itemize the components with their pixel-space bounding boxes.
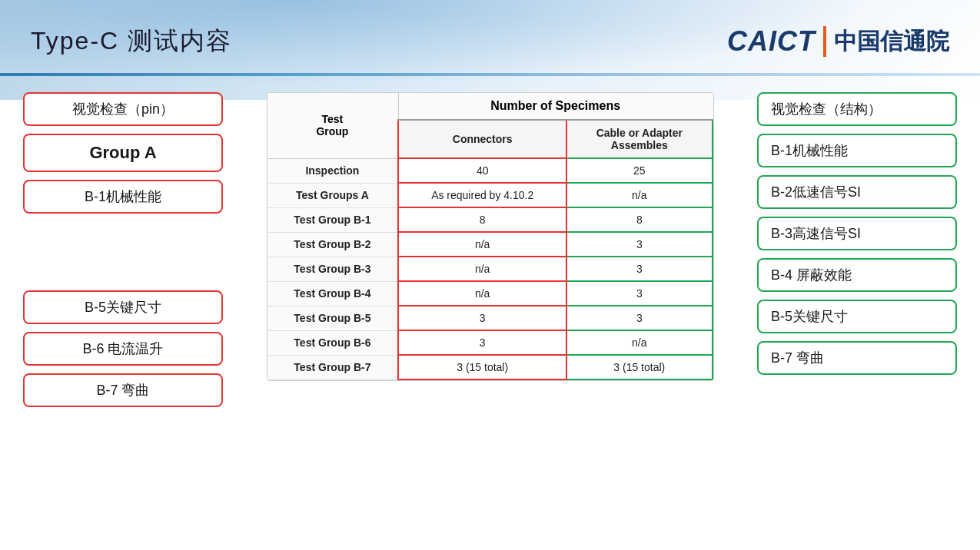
table-container: TestGroup Number of Specimens Connectors…: [267, 92, 714, 381]
tag-b7-bend: B-7 弯曲: [23, 373, 223, 407]
tag-visual-struct: 视觉检查（结构）: [757, 92, 957, 126]
table-body: Inspection4025Test Groups AAs required b…: [267, 158, 713, 379]
page-title: Type-C 测试内容: [31, 25, 232, 58]
td-group: Test Group B-7: [267, 355, 399, 379]
table-row: Test Group B-63n/a: [267, 330, 713, 355]
logo-caict: CAICT 中国信通院: [727, 25, 949, 58]
logo-area: CAICT 中国信通院: [727, 25, 949, 58]
td-connectors: 3: [398, 330, 566, 355]
td-connectors: 8: [398, 207, 566, 232]
th-number-of-specimens: Number of Specimens: [398, 93, 712, 120]
td-group: Test Group B-3: [267, 257, 399, 281]
th-test-group: TestGroup: [267, 93, 399, 158]
tag-b5-size-r: B-5关键尺寸: [757, 300, 957, 333]
page-content: Type-C 测试内容 CAICT 中国信通院 视觉检查（pin） Group …: [0, 0, 980, 550]
td-connectors: n/a: [398, 232, 566, 257]
logo-divider-icon: [823, 26, 826, 57]
td-cable: n/a: [566, 183, 712, 207]
center-area: TestGroup Number of Specimens Connectors…: [238, 92, 742, 515]
tag-group-a: Group A: [23, 134, 223, 172]
table-row: Test Group B-188: [267, 207, 713, 232]
td-cable: 3: [566, 232, 712, 257]
left-spacer: [23, 221, 223, 283]
top-divider-bar: [0, 73, 980, 76]
td-connectors: 3 (15 total): [398, 355, 566, 379]
table-row: Test Group B-3n/a3: [267, 257, 713, 281]
left-column: 视觉检查（pin） Group A B-1机械性能 B-5关键尺寸 B-6 电流…: [23, 92, 238, 515]
table-row: Test Group B-4n/a3: [267, 281, 713, 306]
td-cable: 8: [566, 207, 712, 232]
td-cable: 3 (15 total): [566, 355, 712, 379]
table-row: Test Group B-73 (15 total)3 (15 total): [267, 355, 713, 379]
td-cable: 25: [566, 158, 712, 183]
right-column: 视觉检查（结构） B-1机械性能 B-2低速信号SI B-3高速信号SI B-4…: [742, 92, 957, 515]
td-group: Test Group B-6: [267, 330, 399, 355]
td-group: Test Group B-1: [267, 207, 399, 232]
tag-b5-size: B-5关键尺寸: [23, 290, 223, 324]
td-connectors: 3: [398, 306, 566, 330]
td-group: Test Group B-5: [267, 306, 399, 330]
tag-b1-mech: B-1机械性能: [23, 180, 223, 214]
main-layout: 视觉检查（pin） Group A B-1机械性能 B-5关键尺寸 B-6 电流…: [0, 77, 980, 522]
table-header-main-row: TestGroup Number of Specimens: [267, 93, 713, 120]
tag-b6-current: B-6 电流温升: [23, 332, 223, 366]
table-row: Inspection4025: [267, 158, 713, 183]
td-group: Test Groups A: [267, 183, 399, 207]
logo-chinese-text: 中国信通院: [834, 26, 949, 58]
td-connectors: As required by 4.10.2: [398, 183, 566, 207]
td-cable: 3: [566, 306, 712, 330]
td-group: Test Group B-4: [267, 281, 399, 306]
tag-b3-high: B-3高速信号SI: [757, 217, 957, 250]
td-connectors: 40: [398, 158, 566, 183]
header: Type-C 测试内容 CAICT 中国信通院: [0, 0, 980, 77]
specimens-table: TestGroup Number of Specimens Connectors…: [267, 93, 713, 380]
tag-b7-bend-r: B-7 弯曲: [757, 341, 957, 375]
tag-b4-shield: B-4 屏蔽效能: [757, 258, 957, 292]
table-row: Test Groups AAs required by 4.10.2n/a: [267, 183, 713, 207]
th-connectors: Connectors: [398, 120, 566, 158]
td-group: Inspection: [267, 158, 399, 183]
tag-b2-low: B-2低速信号SI: [757, 175, 957, 209]
td-group: Test Group B-2: [267, 232, 399, 257]
td-cable: 3: [566, 257, 712, 281]
td-cable: 3: [566, 281, 712, 306]
td-connectors: n/a: [398, 257, 566, 281]
tag-visual-pin: 视觉检查（pin）: [23, 92, 223, 126]
logo-caict-text: CAICT: [727, 25, 816, 58]
tag-b1-mech-r: B-1机械性能: [757, 134, 957, 167]
table-row: Test Group B-533: [267, 306, 713, 330]
td-cable: n/a: [566, 330, 712, 355]
table-row: Test Group B-2n/a3: [267, 232, 713, 257]
td-connectors: n/a: [398, 281, 566, 306]
th-cable: Cable or AdapterAssembles: [566, 120, 712, 158]
